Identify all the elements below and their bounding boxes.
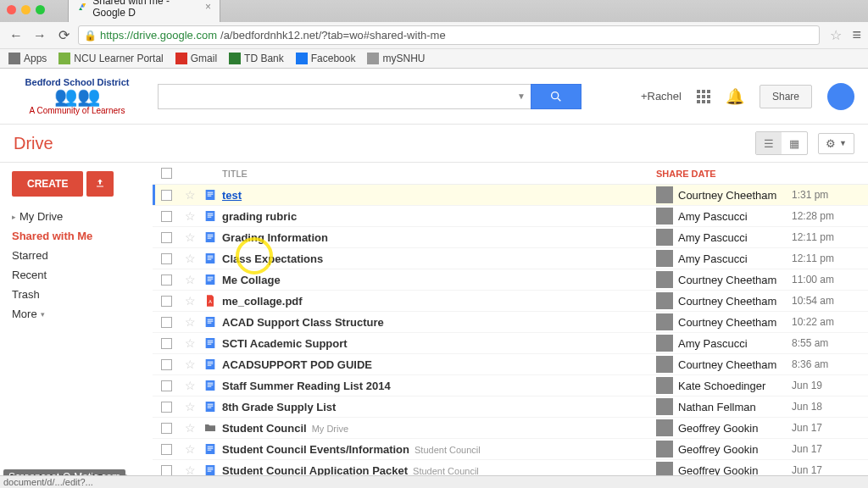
star-icon[interactable]: ☆	[185, 442, 196, 456]
file-row[interactable]: ☆Grading InformationAmy Pascucci12:11 pm	[153, 227, 868, 248]
drive-title[interactable]: Drive	[14, 134, 53, 153]
bookmark-star-icon[interactable]: ☆	[825, 27, 847, 43]
row-checkbox[interactable]	[161, 190, 172, 201]
row-checkbox[interactable]	[161, 359, 172, 370]
row-checkbox[interactable]	[161, 232, 172, 243]
star-icon[interactable]: ☆	[185, 230, 196, 244]
star-icon[interactable]: ☆	[185, 358, 196, 371]
chrome-menu-icon[interactable]: ≡	[852, 26, 861, 44]
search-dropdown-icon[interactable]: ▼	[517, 92, 526, 101]
star-icon[interactable]: ☆	[185, 252, 196, 265]
back-button[interactable]: ←	[7, 26, 25, 45]
star-icon[interactable]: ☆	[185, 379, 196, 392]
create-button[interactable]: CREATE	[12, 171, 83, 197]
file-title[interactable]: Class Expectations	[222, 252, 323, 265]
file-row[interactable]: ☆SCTI Academic SupportAmy Pascucci8:55 a…	[153, 333, 868, 354]
file-row[interactable]: ☆Ame_collage.pdfCourtney Cheetham10:54 a…	[153, 291, 868, 312]
file-title[interactable]: Staff Summer Reading List 2014	[222, 380, 391, 392]
row-checkbox[interactable]	[161, 274, 172, 286]
row-checkbox[interactable]	[161, 253, 172, 264]
file-title[interactable]: Grading Information	[222, 231, 328, 244]
star-icon[interactable]: ☆	[185, 294, 196, 308]
sidebar-item-more[interactable]: More ▾	[12, 304, 141, 324]
svg-rect-43	[206, 444, 215, 454]
star-icon[interactable]: ☆	[185, 400, 196, 413]
address-bar[interactable]: 🔒 https://drive.google.com/a/bedfordnhk1…	[78, 25, 820, 45]
notifications-icon[interactable]: 🔔	[726, 87, 744, 106]
star-icon[interactable]: ☆	[185, 421, 196, 435]
file-title[interactable]: ACADSUPPORT POD GUIDE	[222, 358, 372, 371]
bookmark-item[interactable]: mySNHU	[367, 53, 425, 64]
org-logo[interactable]: Bedford School District 👥👥 A Community o…	[14, 77, 141, 115]
row-checkbox[interactable]	[161, 402, 172, 413]
sidebar-item-starred[interactable]: Starred	[12, 246, 141, 265]
forward-button[interactable]: →	[31, 26, 49, 45]
owner-name: Nathan Fellman	[678, 401, 756, 413]
svg-rect-14	[206, 253, 215, 263]
file-title[interactable]: grading rubric	[222, 210, 297, 223]
reload-button[interactable]: ⟳	[54, 26, 73, 45]
row-checkbox[interactable]	[161, 465, 172, 476]
file-type-icon	[203, 336, 222, 350]
file-title[interactable]: me_collage.pdf	[222, 295, 303, 308]
file-row[interactable]: ☆ACAD Support Class StructureCourtney Ch…	[153, 312, 868, 333]
file-title[interactable]: Me Collage	[222, 274, 281, 286]
sidebar-item-my-drive[interactable]: ▸My Drive	[12, 207, 141, 226]
bookmark-item[interactable]: Gmail	[175, 53, 217, 64]
file-row[interactable]: ☆testCourtney Cheetham1:31 pm	[153, 185, 868, 206]
file-row[interactable]: ☆Staff Summer Reading List 2014Kate Scho…	[153, 375, 868, 396]
minimize-window-icon[interactable]	[21, 5, 31, 14]
row-checkbox[interactable]	[161, 296, 172, 307]
sidebar-item-shared-with-me[interactable]: Shared with Me	[12, 226, 141, 246]
star-icon[interactable]: ☆	[185, 188, 196, 202]
sharedate-column-header[interactable]: SHARE DATE	[656, 169, 860, 179]
star-icon[interactable]: ☆	[185, 273, 196, 286]
share-button[interactable]: Share	[760, 85, 812, 108]
row-checkbox[interactable]	[161, 444, 172, 455]
file-title[interactable]: Student Council Events/Information	[222, 443, 409, 456]
bookmark-item[interactable]: Apps	[8, 53, 47, 64]
star-icon[interactable]: ☆	[185, 315, 196, 329]
star-icon[interactable]: ☆	[185, 209, 196, 223]
row-checkbox[interactable]	[161, 338, 172, 349]
close-window-icon[interactable]	[7, 5, 16, 14]
file-title[interactable]: test	[222, 189, 242, 202]
row-checkbox[interactable]	[161, 380, 172, 391]
file-row[interactable]: ☆8th Grade Supply ListNathan FellmanJun …	[153, 396, 868, 418]
file-title[interactable]: SCTI Academic Support	[222, 337, 348, 350]
file-row[interactable]: ☆Student Council Events/InformationStude…	[153, 439, 868, 460]
sidebar-item-trash[interactable]: Trash	[12, 285, 141, 304]
file-row[interactable]: ☆ACADSUPPORT POD GUIDECourtney Cheetham8…	[153, 354, 868, 375]
settings-button[interactable]: ⚙▼	[818, 133, 854, 154]
grid-view-button[interactable]: ▦	[782, 132, 807, 154]
list-view-button[interactable]: ☰	[756, 132, 782, 154]
svg-rect-49	[208, 469, 214, 470]
user-link[interactable]: +Rachel	[641, 90, 682, 103]
row-checkbox[interactable]	[161, 211, 172, 222]
file-title[interactable]: ACAD Support Class Structure	[222, 316, 384, 329]
row-checkbox[interactable]	[161, 423, 172, 434]
sidebar-item-recent[interactable]: Recent	[12, 265, 141, 285]
bookmark-item[interactable]: NCU Learner Portal	[58, 53, 163, 64]
tab-close-icon[interactable]: ×	[205, 1, 211, 13]
file-row[interactable]: ☆grading rubricAmy Pascucci12:28 pm	[153, 206, 868, 227]
search-input[interactable]: ▼	[158, 84, 531, 109]
file-title[interactable]: Student Council	[222, 422, 307, 435]
search-button[interactable]	[531, 84, 581, 109]
row-checkbox[interactable]	[161, 317, 172, 328]
select-all-checkbox[interactable]	[161, 168, 172, 179]
file-title[interactable]: 8th Grade Supply List	[222, 401, 336, 413]
upload-button[interactable]	[86, 171, 114, 197]
avatar[interactable]	[827, 83, 854, 110]
title-column-header[interactable]: TITLE	[222, 169, 656, 179]
file-row[interactable]: ☆Student CouncilMy DriveGeoffrey GookinJ…	[153, 418, 868, 439]
bookmark-item[interactable]: TD Bank	[229, 53, 284, 64]
browser-tab[interactable]: Shared with me - Google D ×	[68, 0, 220, 22]
star-icon[interactable]: ☆	[185, 336, 196, 350]
maximize-window-icon[interactable]	[36, 5, 45, 14]
file-row[interactable]: ☆Me CollageCourtney Cheetham11:00 am	[153, 269, 868, 291]
svg-line-1	[558, 98, 560, 101]
file-row[interactable]: ☆Class ExpectationsAmy Pascucci12:11 pm	[153, 248, 868, 269]
apps-grid-icon[interactable]	[697, 90, 710, 103]
bookmark-item[interactable]: Facebook	[296, 53, 356, 64]
